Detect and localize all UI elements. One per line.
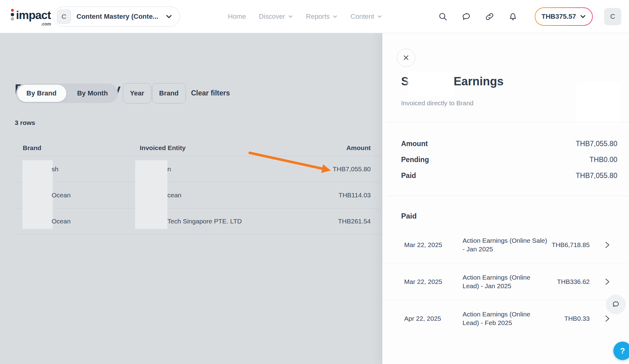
total-row-paid: Paid THB7,055.80 [382, 168, 629, 184]
nav-item-discover[interactable]: Discover [259, 13, 293, 21]
payment-description: Action Earnings (Online Lead) - Feb 2025 [463, 310, 545, 327]
payment-list-item[interactable]: Apr 22, 2025 Action Earnings (Online Lea… [382, 300, 629, 337]
table-body: sh n THB7,055.80 Dig Ocean Digi cean THB… [15, 156, 380, 234]
chat-bubble-icon [611, 300, 620, 309]
clear-filters-link[interactable]: Clear filters [191, 89, 230, 97]
total-row-amount: Amount THB7,055.80 [382, 136, 629, 152]
invoiced-entity-cell: n [167, 165, 171, 173]
earnings-table: Brand Invoiced Entity Amount sh n THB7,0… [15, 142, 380, 234]
help-question-mark: ? [620, 346, 625, 356]
payment-amount: THB0.33 [545, 315, 590, 322]
totals-summary: Amount THB7,055.80 Pending THB0.00 Paid … [382, 136, 629, 184]
chevron-down-icon [580, 14, 586, 20]
divider [386, 122, 629, 122]
amount-cell: THB114.03 [338, 192, 371, 199]
paid-section-heading: Paid [401, 212, 417, 220]
chevron-down-icon [333, 14, 338, 19]
chevron-down-icon [288, 14, 293, 19]
total-row-pending: Pending THB0.00 [382, 152, 629, 168]
column-header-amount: Amount [346, 144, 371, 152]
brand-cell: sh [52, 165, 58, 173]
redaction-overlay [22, 160, 53, 229]
payment-description: Action Earnings (Online Sale) - Jan 2025 [463, 236, 545, 254]
impact-logo-icon [10, 8, 15, 25]
table-row[interactable]: Dig Ocean in Tech Singapore PTE. LTD THB… [15, 208, 380, 234]
row-count-label: 3 rows [15, 119, 35, 126]
nav-item-home[interactable]: Home [228, 13, 246, 21]
payment-amount: THB336.62 [545, 278, 590, 285]
table-header-row: Brand Invoiced Entity Amount [15, 142, 380, 156]
nav-item-reports[interactable]: Reports [306, 13, 338, 21]
amount-cell: THB7,055.80 [333, 165, 371, 173]
invoiced-entity-cell: Tech Singapore PTE. LTD [167, 218, 242, 225]
brand-cell: Ocean [52, 192, 71, 199]
account-selector-dropdown[interactable]: C Content Mastery (Conte... [53, 6, 180, 27]
logo-brand-text: impact [16, 9, 51, 21]
brand-cell: Ocean [52, 218, 71, 225]
redaction-overlay [409, 72, 453, 95]
earnings-history-page: Earnings History By Brand By Month Year … [0, 33, 382, 364]
payment-date: Mar 22, 2025 [404, 241, 463, 249]
chevron-down-icon [377, 14, 382, 19]
chevron-down-icon [166, 13, 172, 20]
amount-cell: THB261.54 [338, 218, 371, 225]
close-icon [402, 54, 410, 62]
account-selector-label: Content Mastery (Conte... [76, 13, 166, 21]
search-icon[interactable] [435, 9, 451, 25]
brand-filter-button[interactable]: Brand [152, 83, 186, 103]
earnings-detail-panel: S Earnings Invoiced directly to Brand Am… [382, 33, 629, 364]
panel-subtitle: Invoiced directly to Brand [401, 99, 474, 107]
top-icon-cluster [435, 0, 521, 33]
chevron-right-icon [601, 314, 611, 323]
invoiced-entity-cell: cean [167, 192, 182, 199]
payment-list-item[interactable]: Mar 22, 2025 Action Earnings (Online Lea… [382, 263, 629, 300]
account-initial-badge: C [57, 10, 71, 24]
payments-list: Mar 22, 2025 Action Earnings (Online Sal… [382, 227, 629, 337]
main-nav: Home Discover Reports Content [228, 0, 382, 33]
messages-icon[interactable] [458, 9, 474, 25]
balance-amount: THB375.57 [541, 13, 576, 21]
payment-date: Mar 22, 2025 [404, 278, 463, 285]
table-row[interactable]: sh n THB7,055.80 [15, 156, 380, 182]
top-bar: impact .com C Content Mastery (Conte... … [0, 0, 629, 33]
live-chat-button[interactable] [606, 295, 626, 314]
group-by-toggle: By Brand By Month [16, 83, 118, 103]
toggle-by-month[interactable]: By Month [67, 89, 118, 97]
balance-dropdown[interactable]: THB375.57 [535, 7, 593, 26]
divider [387, 196, 629, 196]
payment-list-item[interactable]: Mar 22, 2025 Action Earnings (Online Sal… [382, 227, 629, 263]
help-button[interactable]: ? [613, 342, 629, 360]
panel-title-suffix: Earnings [454, 75, 504, 88]
redaction-overlay [135, 160, 167, 229]
impact-logo[interactable]: impact .com [10, 8, 51, 25]
column-header-brand: Brand [23, 144, 41, 152]
column-header-invoiced-entity: Invoiced Entity [140, 144, 186, 152]
payment-description: Action Earnings (Online Lead) - Jan 2025 [463, 273, 545, 290]
link-icon[interactable] [482, 9, 498, 25]
year-filter-button[interactable]: Year [123, 83, 151, 103]
payment-amount: THB6,718.85 [545, 241, 590, 249]
payment-date: Apr 22, 2025 [404, 315, 463, 322]
close-panel-button[interactable] [397, 48, 415, 67]
panel-title: S Earnings [401, 75, 592, 93]
chevron-right-icon [601, 277, 611, 286]
table-row[interactable]: Dig Ocean Digi cean THB114.03 [15, 182, 380, 208]
notifications-bell-icon[interactable] [505, 9, 521, 25]
toggle-by-brand[interactable]: By Brand [16, 89, 67, 97]
nav-item-content[interactable]: Content [350, 13, 382, 21]
chevron-right-icon [601, 241, 611, 249]
logo-tld-text: .com [41, 21, 51, 26]
user-avatar[interactable]: C [604, 8, 621, 25]
panel-title-prefix: S [401, 75, 409, 88]
